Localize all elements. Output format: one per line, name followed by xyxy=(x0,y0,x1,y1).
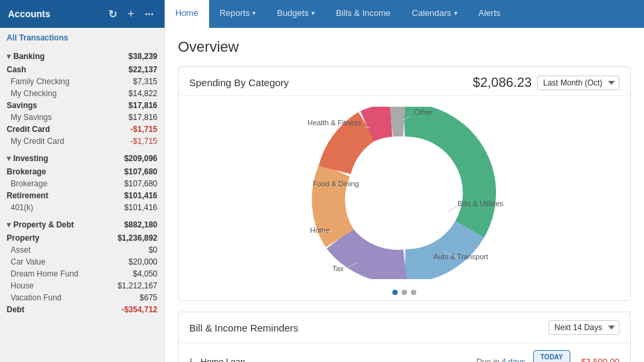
svg-line-2 xyxy=(447,206,457,211)
top-navigation: Accounts ↻ + ••• Home Reports ▾ Budgets … xyxy=(0,0,644,28)
accounts-section: Accounts ↻ + ••• xyxy=(0,0,165,28)
sidebar-section-banking[interactable]: ▾ Banking $38,239 xyxy=(0,48,164,64)
spending-donut-chart: Bills & Utilities Auto & Transport Tax H… xyxy=(298,107,511,279)
all-transactions-link[interactable]: All Transactions xyxy=(0,28,164,48)
list-item[interactable]: Retirement $101,416 xyxy=(7,190,157,202)
svg-text:Bills & Utilities: Bills & Utilities xyxy=(457,200,504,208)
spending-card-header: Spending By Category $2,086.23 Last Mont… xyxy=(179,67,630,96)
accounts-label: Accounts xyxy=(8,9,100,19)
property-toggle: ▾ xyxy=(7,220,11,229)
list-item[interactable]: Family Checking $7,315 xyxy=(7,76,157,88)
investing-total: $209,096 xyxy=(124,154,157,163)
chart-dot-3[interactable] xyxy=(411,290,416,295)
bill-amount: -$3,500.00 xyxy=(578,357,619,362)
svg-text:Health & Fitness: Health & Fitness xyxy=(307,119,361,127)
investing-label: Investing xyxy=(13,154,124,163)
list-item[interactable]: Brokerage $107,680 xyxy=(7,166,157,178)
chart-dot-1[interactable] xyxy=(392,290,398,295)
tab-calendars[interactable]: Calendars ▾ xyxy=(401,0,467,28)
list-item[interactable]: Dream Home Fund $4,050 xyxy=(7,268,157,280)
banking-accounts: Cash $22,137 Family Checking $7,315 My C… xyxy=(0,64,164,147)
bill-name: Home Loan xyxy=(201,357,469,362)
list-item[interactable]: My Savings $17,816 xyxy=(7,111,157,123)
today-label: TODAY xyxy=(540,353,563,361)
banking-total: $38,239 xyxy=(129,52,157,61)
list-item[interactable]: House $1,212,167 xyxy=(7,280,157,292)
tab-budgets[interactable]: Budgets ▾ xyxy=(266,0,325,28)
bill-due: Due in 4 days xyxy=(477,357,525,363)
list-item[interactable]: Credit Card -$1,715 xyxy=(7,123,157,135)
property-label: Property & Debt xyxy=(13,220,124,229)
sidebar: All Transactions ▾ Banking $38,239 Cash … xyxy=(0,28,165,362)
spending-chart-area: Bills & Utilities Auto & Transport Tax H… xyxy=(179,96,630,290)
info-icon: ℹ xyxy=(189,357,193,363)
list-item[interactable]: Property $1,236,892 xyxy=(7,232,157,244)
list-item[interactable]: My Checking $14,822 xyxy=(7,88,157,99)
list-item[interactable]: 401(k) $101,416 xyxy=(7,202,157,213)
list-item[interactable]: Vacation Fund $675 xyxy=(7,292,157,304)
spending-card: Spending By Category $2,086.23 Last Mont… xyxy=(178,66,631,301)
page-title: Overview xyxy=(178,38,631,56)
tab-alerts[interactable]: Alerts xyxy=(468,0,511,28)
banking-toggle: ▾ xyxy=(7,52,11,61)
sidebar-section-property[interactable]: ▾ Property & Debt $882,180 xyxy=(0,216,164,232)
main-content: Overview Spending By Category $2,086.23 … xyxy=(165,28,644,362)
list-item[interactable]: Cash $22,137 xyxy=(7,64,157,76)
reports-arrow: ▾ xyxy=(252,9,256,17)
sidebar-section-investing[interactable]: ▾ Investing $209,096 xyxy=(0,150,164,166)
property-accounts: Property $1,236,892 Asset $0 Car Value $… xyxy=(0,232,164,316)
bill-row: ℹ Home Loan Due in 4 days TODAY Nov 2 -$… xyxy=(179,343,630,362)
today-badge: TODAY Nov 2 xyxy=(533,350,570,362)
list-item[interactable]: Brokerage $107,680 xyxy=(7,178,157,190)
bills-card-header: Bill & Income Reminders Next 7 Days Next… xyxy=(179,312,630,343)
banking-label: Banking xyxy=(13,52,129,61)
chart-pagination xyxy=(179,290,630,300)
bills-card: Bill & Income Reminders Next 7 Days Next… xyxy=(178,312,631,362)
list-item[interactable]: Debt -$354,712 xyxy=(7,304,157,316)
list-item[interactable]: Savings $17,816 xyxy=(7,99,157,111)
svg-text:Tax: Tax xyxy=(332,265,344,272)
list-item[interactable]: Asset $0 xyxy=(7,244,157,256)
calendars-arrow: ▾ xyxy=(454,9,457,17)
svg-point-0 xyxy=(364,153,444,233)
tab-home[interactable]: Home xyxy=(165,0,209,28)
bill-due-days: 4 days xyxy=(502,357,525,363)
tab-bills[interactable]: Bills & Income xyxy=(325,0,401,28)
investing-accounts: Brokerage $107,680 Brokerage $107,680 Re… xyxy=(0,166,164,213)
list-item[interactable]: My Credit Card -$1,715 xyxy=(7,135,157,147)
property-total: $882,180 xyxy=(124,220,157,229)
spending-title: Spending By Category xyxy=(189,77,289,88)
more-icon[interactable]: ••• xyxy=(142,9,157,19)
budgets-arrow: ▾ xyxy=(311,9,315,17)
chart-dot-2[interactable] xyxy=(402,290,407,295)
svg-text:Food & Dining: Food & Dining xyxy=(313,180,359,188)
refresh-icon[interactable]: ↻ xyxy=(106,7,120,22)
list-item[interactable]: Car Value $20,000 xyxy=(7,256,157,268)
spending-amount: $2,086.23 xyxy=(473,75,532,90)
spending-period-select[interactable]: Last Month (Oct) This Month Last 3 Month… xyxy=(537,76,619,90)
tab-reports[interactable]: Reports ▾ xyxy=(209,0,267,28)
svg-text:Home: Home xyxy=(310,226,329,234)
investing-toggle: ▾ xyxy=(7,154,11,163)
bills-title: Bill & Income Reminders xyxy=(189,322,298,333)
svg-text:Other: Other xyxy=(414,108,433,116)
svg-text:Auto & Transport: Auto & Transport xyxy=(434,253,489,261)
content-area: All Transactions ▾ Banking $38,239 Cash … xyxy=(0,28,644,362)
bills-period-select[interactable]: Next 7 Days Next 14 Days Next 30 Days xyxy=(548,320,619,335)
add-account-icon[interactable]: + xyxy=(125,6,137,23)
